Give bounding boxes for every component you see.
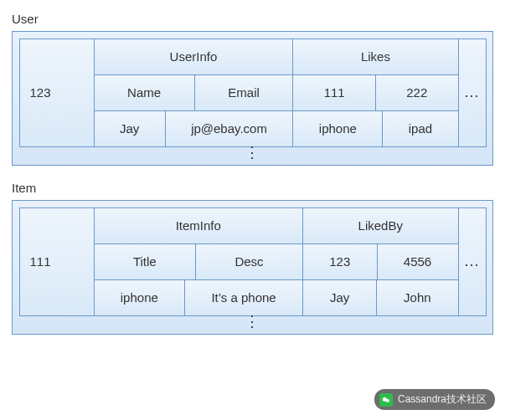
column-value: iphone <box>292 110 383 147</box>
column-name: 222 <box>375 74 459 111</box>
more-columns-ellipsis: ... <box>458 38 487 147</box>
supercolumn-header: LikedBy <box>302 207 459 244</box>
more-rows-ellipsis: ⋮ <box>19 317 486 330</box>
supercolumn-header: UserInfo <box>94 38 294 75</box>
item-column-family: 111 ItemInfo Title Desc iphone It’s a ph… <box>12 200 493 335</box>
item-table-label: Item <box>12 181 493 195</box>
more-columns-ellipsis: ... <box>458 207 487 316</box>
item-supercolumn-iteminfo: ItemInfo Title Desc iphone It’s a phone <box>94 207 302 315</box>
user-table-label: User <box>12 12 493 26</box>
column-name: 4556 <box>377 243 459 280</box>
column-value: iphone <box>94 279 186 316</box>
column-value: Jay <box>94 110 166 147</box>
supercolumn-header: ItemInfo <box>94 207 303 244</box>
column-value: jp@ebay.com <box>165 110 294 147</box>
user-row-key: 123 <box>19 38 95 147</box>
user-supercolumn-likes: Likes 111 222 iphone ipad <box>293 38 458 146</box>
column-value: It’s a phone <box>184 279 303 316</box>
column-value: Jay <box>302 279 377 316</box>
column-name: 123 <box>302 243 378 280</box>
column-name: Name <box>94 74 195 111</box>
column-value: John <box>376 279 458 316</box>
more-rows-ellipsis: ⋮ <box>19 148 486 161</box>
user-column-family: 123 UserInfo Name Email Jay jp@ebay.com … <box>12 31 493 166</box>
item-row-key: 111 <box>19 207 95 316</box>
column-name: 111 <box>292 74 376 111</box>
column-name: Title <box>94 243 197 280</box>
column-value: ipad <box>382 110 458 147</box>
supercolumn-header: Likes <box>292 38 458 75</box>
column-name: Email <box>194 74 294 111</box>
column-name: Desc <box>195 243 303 280</box>
item-supercolumn-likedby: LikedBy 123 4556 Jay John <box>302 207 458 315</box>
user-supercolumn-userinfo: UserInfo Name Email Jay jp@ebay.com <box>94 38 293 146</box>
